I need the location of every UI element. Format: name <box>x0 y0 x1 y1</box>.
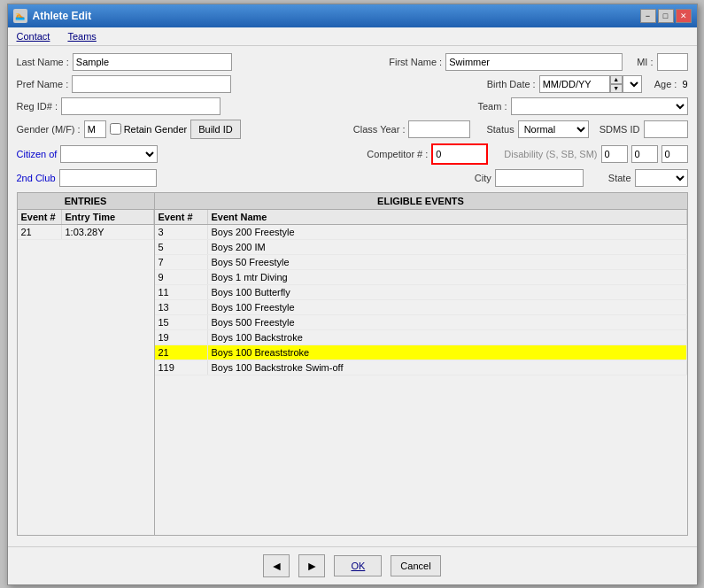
competitor-input[interactable] <box>433 145 486 163</box>
pref-name-input[interactable] <box>72 75 231 93</box>
gender-label: Gender (M/F) : <box>17 124 81 135</box>
next-button[interactable]: ► <box>298 554 325 577</box>
eligible-row-7[interactable]: 19 Boys 100 Backstroke <box>155 330 687 345</box>
eligible-cell-name-8: Boys 100 Breaststroke <box>208 345 687 360</box>
eligible-panel: ELIGIBLE EVENTS Event # Event Name 3 Boy… <box>155 193 687 535</box>
eligible-row-2[interactable]: 7 Boys 50 Freestyle <box>155 255 687 270</box>
bottom-bar: ◄ ► OK Cancel <box>8 546 697 584</box>
class-year-input[interactable] <box>408 120 470 138</box>
last-name-input[interactable] <box>73 53 232 71</box>
eligible-row-3[interactable]: 9 Boys 1 mtr Diving <box>155 270 687 285</box>
window-icon: 🏊 <box>13 9 27 23</box>
team-select[interactable] <box>511 97 688 115</box>
status-select[interactable]: Normal <box>518 120 589 138</box>
birth-date-up[interactable]: ▲ <box>610 75 623 84</box>
entries-table-body: 21 1:03.28Y <box>18 225 154 535</box>
menu-contact[interactable]: Contact <box>13 29 54 43</box>
disability-label: Disability (S, SB, SM) <box>504 149 597 159</box>
row-citizen-competitor: Citizen of Competitor # : Disability (S,… <box>17 143 688 165</box>
eligible-cell-name-6: Boys 500 Freestyle <box>208 315 687 329</box>
ok-button[interactable]: OK <box>334 555 382 576</box>
first-name-input[interactable] <box>445 53 623 71</box>
row-pref-birth: Pref Name : Birth Date : ▲ ▼ Age : 9 <box>17 75 688 93</box>
competitor-label: Competitor # : <box>367 149 428 159</box>
eligible-header: ELIGIBLE EVENTS <box>155 193 687 210</box>
entries-section: ENTRIES Event # Entry Time 21 1:03.28Y E… <box>17 192 688 536</box>
disability-sb-input[interactable] <box>631 145 658 163</box>
disability-s-input[interactable] <box>601 145 628 163</box>
eligible-cell-name-7: Boys 100 Backstroke <box>208 330 687 344</box>
eligible-cell-name-2: Boys 50 Freestyle <box>208 255 687 269</box>
entries-panel: ENTRIES Event # Entry Time 21 1:03.28Y <box>18 193 155 535</box>
menu-teams[interactable]: Teams <box>64 29 99 43</box>
row-regid-team: Reg ID# : Team : <box>17 97 688 115</box>
age-value: 9 <box>682 79 687 89</box>
birth-date-dropdown[interactable] <box>623 75 642 93</box>
eligible-row-6[interactable]: 15 Boys 500 Freestyle <box>155 315 687 330</box>
eligible-cell-event-7: 19 <box>155 330 208 344</box>
class-year-label: Class Year : <box>353 124 406 135</box>
eligible-cell-event-4: 11 <box>155 285 208 299</box>
birth-date-down[interactable]: ▼ <box>610 84 623 93</box>
eligible-cell-name-0: Boys 200 Freestyle <box>208 225 687 239</box>
mi-label: MI : <box>637 57 653 67</box>
eligible-row-0[interactable]: 3 Boys 200 Freestyle <box>155 225 687 240</box>
birth-date-input[interactable] <box>539 75 610 93</box>
eligible-cell-name-4: Boys 100 Butterfly <box>208 285 687 299</box>
row-club-city-state: 2nd Club City State <box>17 169 688 187</box>
eligible-cell-event-8: 21 <box>155 345 208 360</box>
close-button[interactable]: ✕ <box>676 9 692 23</box>
row-name: Last Name : First Name : MI : <box>17 53 688 71</box>
eligible-table-body: 3 Boys 200 Freestyle 5 Boys 200 IM 7 Boy… <box>155 225 687 535</box>
entries-row-0[interactable]: 21 1:03.28Y <box>18 225 154 240</box>
reg-id-label: Reg ID# : <box>17 101 58 112</box>
cancel-button[interactable]: Cancel <box>391 555 440 576</box>
eligible-row-4[interactable]: 11 Boys 100 Butterfly <box>155 285 687 300</box>
eligible-row-5[interactable]: 13 Boys 100 Freestyle <box>155 300 687 315</box>
entries-col-event: Event # <box>18 210 62 224</box>
gender-input[interactable] <box>84 120 106 138</box>
eligible-table-header: Event # Event Name <box>155 210 687 225</box>
sdms-id-label: SDMS ID <box>600 124 640 135</box>
state-label: State <box>608 173 631 183</box>
competitor-highlight-box <box>431 143 488 165</box>
eligible-cell-event-3: 9 <box>155 270 208 284</box>
team-label: Team : <box>477 101 507 112</box>
eligible-row-1[interactable]: 5 Boys 200 IM <box>155 240 687 255</box>
form-content: Last Name : First Name : MI : Pref Name … <box>8 46 697 543</box>
maximize-button[interactable]: □ <box>658 9 674 23</box>
window-title: Athlete Edit <box>33 10 92 22</box>
birth-date-label: Birth Date : <box>487 79 536 89</box>
eligible-row-8[interactable]: 21 Boys 100 Breaststroke <box>155 345 687 360</box>
eligible-cell-event-5: 13 <box>155 300 208 314</box>
status-label: Status <box>486 124 514 135</box>
mi-input[interactable] <box>657 53 688 71</box>
entries-col-time: Entry Time <box>62 210 154 224</box>
eligible-cell-event-1: 5 <box>155 240 208 254</box>
first-name-label: First Name : <box>389 57 442 67</box>
disability-sm-input[interactable] <box>661 145 688 163</box>
eligible-col-name: Event Name <box>208 210 687 224</box>
menu-bar: Contact Teams <box>8 27 697 46</box>
eligible-cell-event-0: 3 <box>155 225 208 239</box>
second-club-input[interactable] <box>59 169 157 187</box>
main-window: 🏊 Athlete Edit − □ ✕ Contact Teams Last … <box>7 4 698 585</box>
state-select[interactable] <box>635 169 688 187</box>
second-club-label: 2nd Club <box>17 173 56 183</box>
entries-cell-time-0: 1:03.28Y <box>62 225 154 239</box>
eligible-row-9[interactable]: 119 Boys 100 Backstroke Swim-off <box>155 360 687 375</box>
citizen-of-select[interactable] <box>60 145 158 163</box>
city-input[interactable] <box>495 169 584 187</box>
eligible-cell-event-9: 119 <box>155 360 208 375</box>
sdms-id-input[interactable] <box>644 120 688 138</box>
row-gender-class: Gender (M/F) : Retain Gender Build ID Cl… <box>17 120 688 139</box>
entries-table-header: Event # Entry Time <box>18 210 154 225</box>
build-id-button[interactable]: Build ID <box>190 120 241 139</box>
prev-button[interactable]: ◄ <box>263 554 290 577</box>
eligible-cell-event-2: 7 <box>155 255 208 269</box>
eligible-cell-name-1: Boys 200 IM <box>208 240 687 254</box>
reg-id-input[interactable] <box>61 97 220 115</box>
retain-gender-checkbox[interactable]: Retain Gender <box>110 123 188 135</box>
eligible-col-event: Event # <box>155 210 208 224</box>
minimize-button[interactable]: − <box>640 9 656 23</box>
